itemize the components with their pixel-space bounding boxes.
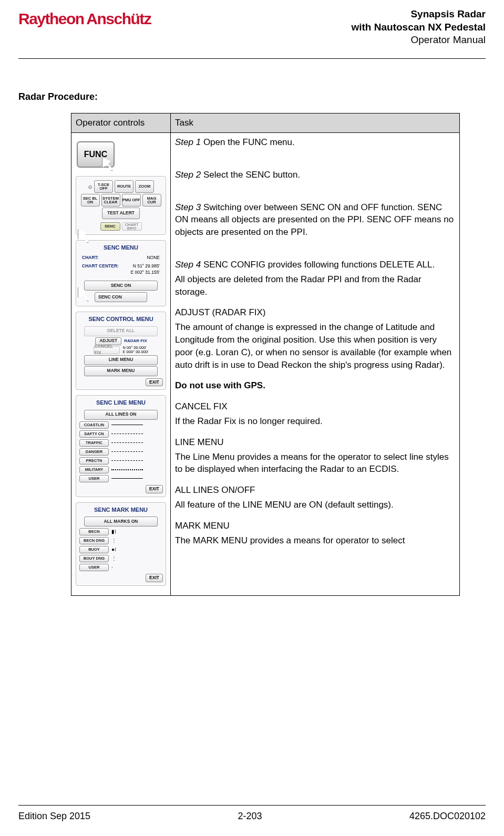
step4-label: Step 4	[175, 260, 201, 270]
senc-on-button[interactable]: SENC ON	[84, 281, 158, 291]
doc-title-line1: Synapsis Radar	[351, 8, 486, 21]
radar-fix-label: RADAR FIX	[124, 338, 147, 344]
route-button[interactable]: ROUTE	[115, 180, 133, 193]
adjust-title: ADJUST (RADAR FIX)	[175, 306, 455, 319]
func-grid-panel: ☼ T-SCE OFF ROUTE ZOOM SEC BL ON SYSTEM …	[76, 176, 166, 235]
danger-pattern	[111, 451, 143, 452]
chart-value: NONE	[147, 255, 160, 261]
becn-mark-icon: ▮⁞	[111, 528, 116, 535]
task-cell: Step 1 Open the FUNC menu. Step 2 Select…	[171, 133, 460, 596]
tsce-off-button[interactable]: T-SCE OFF	[94, 180, 113, 193]
cancel-fix-text: If the Radar Fix is no longer required.	[175, 415, 455, 428]
senc-line-menu-panel: SENC LINE MENU ALL LINES ON COASTLIN SAF…	[76, 395, 166, 497]
mark-exit-button[interactable]: EXIT	[146, 574, 163, 582]
safty-cn-button[interactable]: SAFTY CN	[79, 430, 109, 438]
mark-menu-title-text: MARK MENU	[175, 520, 455, 532]
func-button[interactable]: FUNC	[77, 141, 115, 168]
buoy-mark-icon: ●⁞	[111, 546, 116, 553]
step4-cont: All objects are deleted from the Radar P…	[175, 273, 455, 298]
military-pattern	[111, 469, 143, 470]
page: Raytheon Anschütz Synapsis Radar with Na…	[0, 0, 504, 836]
user-line-button[interactable]: USER	[79, 475, 109, 482]
line-menu-text: The Line Menu provides a means for the o…	[175, 451, 455, 476]
prectn-button[interactable]: PRECTN	[79, 457, 109, 465]
cancel-fix-button[interactable]: CANCEL FIX	[94, 346, 120, 354]
military-button[interactable]: MILITARY	[79, 466, 109, 473]
prectn-pattern	[111, 460, 143, 461]
sun-icon: ☼	[87, 182, 93, 191]
col-header-task: Task	[171, 113, 460, 133]
senc-control-title: SENC CONTROL MENU	[79, 315, 163, 323]
line-exit-button[interactable]: EXIT	[146, 485, 163, 493]
step3-text: Switching over between SENC ON and OFF f…	[175, 202, 454, 238]
page-footer: Edition Sep 2015 2-203 4265.DOC020102	[18, 805, 486, 823]
step2-text: Select the SENC button.	[201, 170, 300, 180]
all-lines-on-button[interactable]: ALL LINES ON	[84, 410, 158, 420]
operator-controls-cell: FUNC ☼ T-SCE OFF ROUTE ZOOM SEC BL ON SY…	[71, 133, 171, 596]
chart-center-label: CHART CENTER:	[82, 263, 119, 276]
logo: Raytheon Anschütz	[18, 8, 151, 30]
line-menu-title: SENC LINE MENU	[79, 399, 163, 407]
system-clear-button[interactable]: SYSTEM CLEAR	[101, 194, 120, 207]
mark-menu-button[interactable]: MARK MENU	[84, 366, 158, 376]
mag-cur-button[interactable]: MAG CUR	[142, 194, 161, 207]
page-header: Raytheon Anschütz Synapsis Radar with Na…	[18, 8, 486, 47]
procedure-table: Operator controls Task FUNC ☼ T-SCE OFF …	[71, 113, 460, 596]
step3-label: Step 3	[175, 202, 201, 212]
all-marks-on-button[interactable]: ALL MARKS ON	[84, 517, 158, 527]
buoy-button[interactable]: BUOY	[79, 546, 109, 553]
zoom-button[interactable]: ZOOM	[135, 180, 154, 193]
section-title: Radar Procedure:	[18, 90, 486, 104]
bouy-dng-mark-icon: ⋮	[111, 555, 117, 562]
line-menu-title-text: LINE MENU	[175, 436, 455, 449]
traffic-button[interactable]: TRAFFIC	[79, 439, 109, 447]
mark-menu-title: SENC MARK MENU	[79, 506, 163, 514]
danger-button[interactable]: DANGER	[79, 448, 109, 456]
func-button-illustration: FUNC	[77, 141, 114, 168]
pmu-off-button[interactable]: PMU OFF	[122, 194, 141, 207]
saftycn-pattern	[111, 434, 143, 434]
becn-button[interactable]: BECN	[79, 528, 109, 535]
delete-all-button[interactable]: DELETE ALL	[84, 326, 158, 336]
mark-menu-text: The MARK MENU provides a means for opera…	[175, 534, 455, 547]
doc-title-line2: with Nautoscan NX Pedestal	[351, 21, 486, 34]
senc-menu-panel: SENC MENU CHART: NONE CHART CENTER: N 51…	[76, 240, 166, 306]
user-mark-icon: ·	[111, 564, 113, 571]
senc-config-button[interactable]: SENC CON	[95, 292, 147, 302]
coastlin-button[interactable]: COASTLIN	[79, 421, 109, 429]
user-pattern	[111, 478, 143, 479]
lon-value: E 000° 00.000'	[122, 349, 148, 354]
footer-page-number: 2-203	[238, 810, 262, 823]
brand-name: Raytheon	[18, 10, 84, 27]
step4-text: SENC CONFIG provides following functions…	[201, 260, 435, 270]
footer-edition: Edition Sep 2015	[18, 810, 90, 823]
step1-text: Open the FUNC menu.	[201, 137, 295, 147]
user-mark-button[interactable]: USER	[79, 564, 109, 571]
traffic-pattern	[111, 442, 143, 443]
col-header-operator-controls: Operator controls	[71, 113, 171, 133]
senc-menu-title: SENC MENU	[79, 244, 163, 252]
senc-button[interactable]: SENC	[100, 222, 120, 231]
senc-control-menu-panel: SENC CONTROL MENU DELETE ALL ADJUST RADA…	[76, 312, 166, 390]
gps-warning: Do not use with GPS.	[175, 379, 455, 392]
line-menu-button[interactable]: LINE MENU	[84, 355, 158, 365]
secbl-on-button[interactable]: SEC BL ON	[81, 194, 100, 207]
step1-label: Step 1	[175, 137, 201, 147]
footer-doc-id: 4265.DOC020102	[409, 810, 486, 823]
becn-dng-mark-icon: ⋮	[111, 537, 117, 544]
chart-info-button[interactable]: CHART INFO	[122, 222, 142, 231]
control-exit-button[interactable]: EXIT	[146, 378, 163, 387]
adjust-text: The amount of change is expressed in the…	[175, 321, 455, 371]
coastlin-pattern	[111, 425, 143, 425]
chart-center-value: N 51° 29.985' E 002° 31.155'	[130, 263, 160, 276]
subbrand-name: Anschütz	[86, 10, 151, 27]
doc-title-line3: Operator Manual	[351, 34, 486, 47]
step2-label: Step 2	[175, 170, 201, 180]
document-title-block: Synapsis Radar with Nautoscan NX Pedesta…	[351, 8, 486, 47]
cancel-fix-title: CANCEL FIX	[175, 400, 455, 413]
senc-mark-menu-panel: SENC MARK MENU ALL MARKS ON BECN▮⁞ BECN …	[76, 502, 166, 586]
becn-dng-button[interactable]: BECN DNG	[79, 537, 109, 544]
test-alert-button[interactable]: TEST ALERT	[102, 208, 140, 219]
header-rule	[18, 58, 486, 59]
bouy-dng-button[interactable]: BOUY DNG	[79, 555, 109, 562]
